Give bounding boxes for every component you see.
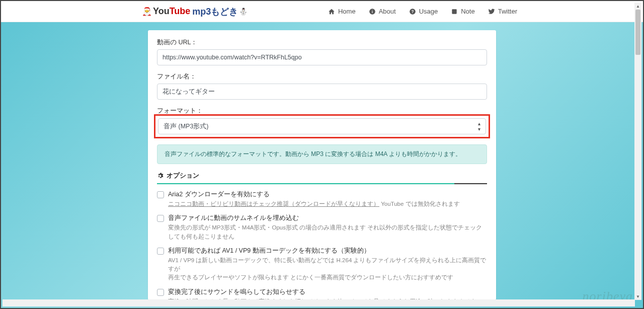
info-icon — [369, 8, 376, 15]
nav-links: Home About ? Usage Note Twitter — [328, 8, 517, 15]
brand-tube: Tube — [170, 6, 191, 17]
option-title: 利用可能であれば AV1 / VP9 動画コーデックを有効にする（実験的） — [168, 247, 487, 255]
option-title: Aria2 ダウンローダーを有効にする — [168, 190, 487, 199]
format-info-alert: 音声ファイルの標準的なフォーマットです。動画から MP3 に変換する場合は M4… — [157, 144, 487, 164]
format-select[interactable]: 音声 (MP3形式) — [158, 118, 486, 134]
nav-usage[interactable]: ? Usage — [409, 8, 438, 15]
option-desc: ニコニコ動画・ビリビリ動画はチェック推奨（ダウンロードが早くなります） YouT… — [168, 200, 487, 208]
question-icon: ? — [409, 8, 416, 15]
option-title: 音声ファイルに動画のサムネイルを埋め込む — [168, 214, 487, 222]
nav-home[interactable]: Home — [328, 8, 356, 15]
checkbox-thumbnail[interactable] — [157, 215, 164, 222]
option-thumbnail: 音声ファイルに動画のサムネイルを埋め込む 変換先の形式が MP3形式・M4A形式… — [157, 214, 487, 241]
snowman-icon: ⛄ — [239, 8, 248, 16]
santa-hat-icon: 🎅 — [142, 7, 152, 16]
scroll-up-arrow[interactable]: ▲ — [634, 3, 641, 10]
vertical-scrollbar[interactable]: ▲ ▼ — [634, 3, 641, 300]
checkbox-sound[interactable] — [157, 289, 164, 296]
note-icon — [451, 8, 458, 15]
scroll-thumb[interactable] — [635, 10, 640, 55]
main-background: 動画の URL： ファイル名： フォーマット： 音声 (MP3形式) ▴▾ 音声… — [1, 22, 643, 308]
option-desc: 変換先の形式が MP3形式・M4A形式・Opus形式 の場合のみ適用されます そ… — [168, 223, 487, 241]
form-card: 動画の URL： ファイル名： フォーマット： 音声 (MP3形式) ▴▾ 音声… — [148, 30, 496, 300]
format-select-highlight: 音声 (MP3形式) ▴▾ — [154, 114, 490, 138]
svg-text:?: ? — [411, 9, 414, 14]
svg-rect-1 — [372, 11, 372, 13]
filename-input[interactable] — [157, 84, 487, 100]
scroll-down-arrow[interactable]: ▼ — [634, 293, 641, 300]
home-icon — [328, 8, 335, 15]
svg-point-2 — [372, 10, 372, 10]
nav-about[interactable]: About — [369, 8, 396, 15]
svg-rect-5 — [452, 9, 457, 14]
brand-you: You — [153, 6, 170, 17]
horizontal-scrollbar[interactable] — [3, 299, 635, 306]
url-input[interactable] — [157, 49, 487, 65]
option-desc: AV1 / VP9 は新しい動画コーデックで、特に長い動画などでは H.264 … — [168, 256, 487, 282]
options-header: オプション — [157, 171, 487, 184]
navbar: 🎅 YouTube mp3もどき ⛄ Home About ? Usage No… — [1, 1, 643, 22]
option-title: 変換完了後にサウンドを鳴らしてお知らせする — [168, 288, 487, 296]
nav-twitter[interactable]: Twitter — [488, 8, 517, 15]
gear-icon — [157, 173, 164, 179]
option-av1vp9: 利用可能であれば AV1 / VP9 動画コーデックを有効にする（実験的） AV… — [157, 247, 487, 282]
nav-note[interactable]: Note — [451, 8, 474, 15]
twitter-icon — [488, 8, 495, 15]
option-aria2: Aria2 ダウンローダーを有効にする ニコニコ動画・ビリビリ動画はチェック推奨… — [157, 190, 487, 208]
url-label: 動画の URL： — [157, 38, 487, 47]
checkbox-av1vp9[interactable] — [157, 248, 164, 255]
checkbox-aria2[interactable] — [157, 191, 164, 198]
brand-mp3modoki: mp3もどき — [192, 6, 238, 18]
filename-label: ファイル名： — [157, 72, 487, 81]
brand-logo[interactable]: 🎅 YouTube mp3もどき ⛄ — [142, 6, 248, 18]
